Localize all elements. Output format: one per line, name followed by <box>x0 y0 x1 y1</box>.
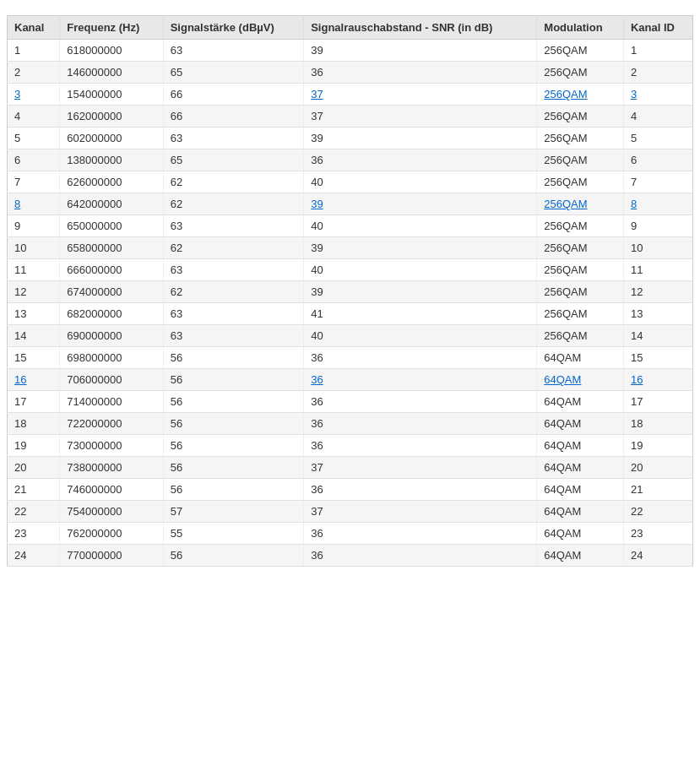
cell-signalstaerke: 63 <box>163 325 304 347</box>
col-header-modulation: Modulation <box>537 16 624 40</box>
cell-kanal-id: 16 <box>623 369 692 391</box>
cell-frequenz: 714000000 <box>60 391 163 413</box>
cell-signalstaerke: 56 <box>163 391 304 413</box>
table-row: 19730000000563664QAM19 <box>8 435 693 457</box>
table-row: 116660000006340256QAM11 <box>8 259 693 281</box>
cell-snr: 40 <box>304 215 537 237</box>
cell-kanal: 18 <box>8 413 60 435</box>
table-row: 41620000006637256QAM4 <box>8 106 693 128</box>
cell-modulation: 256QAM <box>537 325 624 347</box>
table-row: 76260000006240256QAM7 <box>8 171 693 193</box>
cell-snr: 39 <box>304 193 537 215</box>
table-row: 18722000000563664QAM18 <box>8 413 693 435</box>
cell-modulation: 256QAM <box>537 84 624 106</box>
col-header-snr: Signalrauschabstand - SNR (in dB) <box>304 16 537 40</box>
cell-snr: 36 <box>304 391 537 413</box>
cell-snr: 39 <box>304 128 537 149</box>
cell-frequenz: 602000000 <box>60 128 163 149</box>
cell-signalstaerke: 63 <box>163 259 304 281</box>
table-row: 17714000000563664QAM17 <box>8 391 693 413</box>
cell-signalstaerke: 63 <box>163 215 304 237</box>
cell-snr: 40 <box>304 325 537 347</box>
cell-kanal-id: 8 <box>623 193 692 215</box>
cell-signalstaerke: 63 <box>163 128 304 149</box>
cell-kanal: 24 <box>8 545 60 567</box>
cell-modulation: 256QAM <box>537 128 624 149</box>
table-row: 15698000000563664QAM15 <box>8 347 693 369</box>
cell-snr: 40 <box>304 171 537 193</box>
cell-kanal-id: 23 <box>623 523 692 545</box>
table-row: 61380000006536256QAM6 <box>8 149 693 171</box>
cell-snr: 36 <box>304 479 537 501</box>
cell-signalstaerke: 56 <box>163 479 304 501</box>
cell-modulation: 256QAM <box>537 193 624 215</box>
cell-frequenz: 658000000 <box>60 237 163 259</box>
cell-frequenz: 738000000 <box>60 457 163 479</box>
cell-modulation: 64QAM <box>537 391 624 413</box>
cell-signalstaerke: 62 <box>163 193 304 215</box>
cell-frequenz: 722000000 <box>60 413 163 435</box>
cell-frequenz: 146000000 <box>60 62 163 84</box>
cell-frequenz: 770000000 <box>60 545 163 567</box>
cell-snr: 36 <box>304 347 537 369</box>
cell-modulation: 64QAM <box>537 501 624 523</box>
cell-modulation: 64QAM <box>537 457 624 479</box>
cell-kanal-id: 21 <box>623 479 692 501</box>
table-row: 136820000006341256QAM13 <box>8 303 693 325</box>
cell-frequenz: 762000000 <box>60 523 163 545</box>
table-row: 126740000006239256QAM12 <box>8 281 693 303</box>
cell-snr: 36 <box>304 62 537 84</box>
cell-kanal-id: 15 <box>623 347 692 369</box>
cell-frequenz: 666000000 <box>60 259 163 281</box>
cell-kanal-id: 24 <box>623 545 692 567</box>
table-row: 31540000006637256QAM3 <box>8 84 693 106</box>
table-row: 146900000006340256QAM14 <box>8 325 693 347</box>
cell-kanal: 22 <box>8 501 60 523</box>
cell-kanal: 16 <box>8 369 60 391</box>
table-row: 56020000006339256QAM5 <box>8 128 693 149</box>
table-row: 16706000000563664QAM16 <box>8 369 693 391</box>
cell-modulation: 64QAM <box>537 523 624 545</box>
cell-kanal-id: 4 <box>623 106 692 128</box>
cell-kanal-id: 1 <box>623 40 692 62</box>
col-header-signalstaerke: Signalstärke (dBµV) <box>163 16 304 40</box>
cell-frequenz: 626000000 <box>60 171 163 193</box>
cell-signalstaerke: 62 <box>163 237 304 259</box>
cell-kanal-id: 19 <box>623 435 692 457</box>
cell-frequenz: 682000000 <box>60 303 163 325</box>
cell-kanal-id: 2 <box>623 62 692 84</box>
cell-frequenz: 642000000 <box>60 193 163 215</box>
cell-modulation: 256QAM <box>537 40 624 62</box>
cell-frequenz: 162000000 <box>60 106 163 128</box>
cell-kanal: 20 <box>8 457 60 479</box>
cell-frequenz: 138000000 <box>60 149 163 171</box>
cell-snr: 41 <box>304 303 537 325</box>
cell-kanal: 4 <box>8 106 60 128</box>
cell-kanal: 7 <box>8 171 60 193</box>
cell-signalstaerke: 56 <box>163 347 304 369</box>
cell-kanal-id: 22 <box>623 501 692 523</box>
cell-snr: 36 <box>304 149 537 171</box>
cell-signalstaerke: 63 <box>163 40 304 62</box>
cell-modulation: 256QAM <box>537 215 624 237</box>
cell-kanal-id: 3 <box>623 84 692 106</box>
cell-kanal-id: 12 <box>623 281 692 303</box>
cell-signalstaerke: 66 <box>163 84 304 106</box>
cell-frequenz: 154000000 <box>60 84 163 106</box>
cell-frequenz: 674000000 <box>60 281 163 303</box>
cell-kanal-id: 13 <box>623 303 692 325</box>
cell-kanal-id: 18 <box>623 413 692 435</box>
cell-kanal-id: 10 <box>623 237 692 259</box>
cell-kanal: 6 <box>8 149 60 171</box>
downstream-table: Kanal Frequenz (Hz) Signalstärke (dBµV) … <box>7 15 693 567</box>
cell-frequenz: 746000000 <box>60 479 163 501</box>
cell-kanal-id: 5 <box>623 128 692 149</box>
cell-modulation: 64QAM <box>537 369 624 391</box>
cell-snr: 37 <box>304 106 537 128</box>
cell-signalstaerke: 55 <box>163 523 304 545</box>
table-row: 86420000006239256QAM8 <box>8 193 693 215</box>
cell-modulation: 64QAM <box>537 435 624 457</box>
cell-signalstaerke: 57 <box>163 501 304 523</box>
cell-modulation: 256QAM <box>537 149 624 171</box>
table-row: 106580000006239256QAM10 <box>8 237 693 259</box>
